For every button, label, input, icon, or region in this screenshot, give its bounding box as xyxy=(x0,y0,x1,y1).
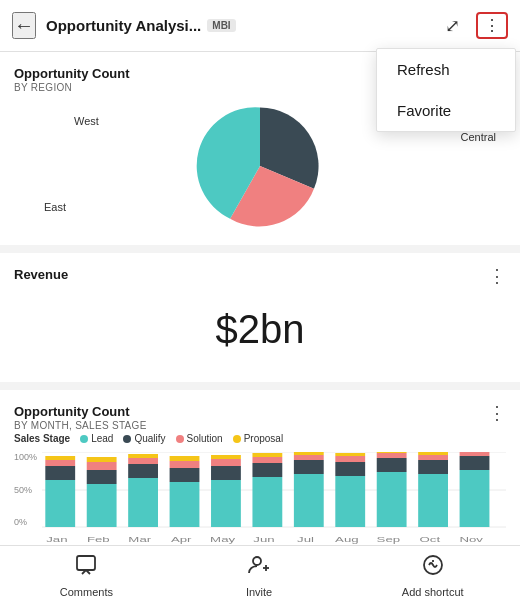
svg-text:Jan: Jan xyxy=(46,535,67,544)
header-badge: MBI xyxy=(207,19,235,32)
svg-rect-23 xyxy=(252,477,282,527)
svg-rect-40 xyxy=(418,460,448,474)
svg-text:Nov: Nov xyxy=(459,535,483,544)
svg-text:Jul: Jul xyxy=(297,535,314,544)
svg-rect-31 xyxy=(335,476,365,527)
svg-rect-24 xyxy=(252,463,282,477)
back-button[interactable]: ← xyxy=(12,12,36,39)
svg-rect-29 xyxy=(294,455,324,460)
nav-add-shortcut[interactable]: Add shortcut xyxy=(402,553,464,598)
card-title-region-wrap: Opportunity Count BY REGION xyxy=(14,66,130,93)
legend-sales-stage-label: Sales Stage xyxy=(14,433,70,444)
svg-rect-27 xyxy=(294,474,324,527)
svg-rect-3 xyxy=(45,480,75,527)
card-subtitle-month: BY MONTH, SALES STAGE xyxy=(14,420,147,431)
svg-rect-38 xyxy=(377,452,407,453)
card-title-month-wrap: Opportunity Count BY MONTH, SALES STAGE xyxy=(14,404,147,431)
svg-rect-5 xyxy=(45,460,75,466)
dropdown-menu: Refresh Favorite xyxy=(376,48,516,132)
svg-rect-18 xyxy=(170,456,200,461)
header-title-wrap: Opportunity Analysi... MBI xyxy=(46,17,441,34)
pie-label-west: West xyxy=(74,115,99,127)
svg-text:Apr: Apr xyxy=(171,535,192,544)
nav-invite[interactable]: Invite xyxy=(229,553,289,598)
svg-rect-39 xyxy=(418,474,448,527)
svg-rect-14 xyxy=(128,454,158,458)
svg-text:Feb: Feb xyxy=(87,535,110,544)
svg-rect-20 xyxy=(211,466,241,480)
y-label-100: 100% xyxy=(14,452,37,462)
svg-rect-7 xyxy=(87,484,117,527)
nav-comments[interactable]: Comments xyxy=(56,553,116,598)
svg-rect-32 xyxy=(335,462,365,476)
dropdown-refresh[interactable]: Refresh xyxy=(377,49,515,90)
card-more-month[interactable]: ⋮ xyxy=(488,404,506,422)
svg-text:Sep: Sep xyxy=(377,535,401,544)
svg-rect-22 xyxy=(211,455,241,459)
card-more-revenue[interactable]: ⋮ xyxy=(488,267,506,285)
svg-rect-4 xyxy=(45,466,75,480)
svg-rect-45 xyxy=(460,452,490,456)
nav-add-shortcut-label: Add shortcut xyxy=(402,586,464,598)
y-axis-labels: 100% 50% 0% xyxy=(14,452,37,527)
card-header-revenue: Revenue ⋮ xyxy=(14,267,506,285)
y-label-50: 50% xyxy=(14,485,37,495)
header-title: Opportunity Analysi... MBI xyxy=(46,17,441,34)
svg-rect-57 xyxy=(77,556,95,570)
bar-chart-svg: Jan Feb Mar Apr May Jun Jul Aug Sep Oct … xyxy=(42,452,506,545)
svg-rect-36 xyxy=(377,458,407,472)
svg-rect-33 xyxy=(335,456,365,462)
svg-text:Mar: Mar xyxy=(128,535,151,544)
invite-icon xyxy=(247,553,271,583)
svg-rect-37 xyxy=(377,453,407,458)
svg-rect-25 xyxy=(252,457,282,463)
svg-rect-34 xyxy=(335,453,365,456)
svg-rect-30 xyxy=(294,452,324,455)
svg-rect-28 xyxy=(294,460,324,474)
bar-chart-wrap: Jan Feb Mar Apr May Jun Jul Aug Sep Oct … xyxy=(14,452,506,545)
legend-lead: Lead xyxy=(80,433,113,444)
svg-rect-16 xyxy=(170,468,200,482)
resize-button[interactable]: ⤢ xyxy=(441,11,464,41)
add-shortcut-icon xyxy=(421,553,445,583)
pie-label-east: East xyxy=(44,201,66,213)
more-options-button[interactable]: ⋮ xyxy=(476,12,508,39)
svg-rect-19 xyxy=(211,480,241,527)
card-title-region: Opportunity Count xyxy=(14,66,130,81)
card-subtitle-region: BY REGION xyxy=(14,82,130,93)
nav-invite-label: Invite xyxy=(246,586,272,598)
card-header-month: Opportunity Count BY MONTH, SALES STAGE … xyxy=(14,404,506,431)
svg-rect-13 xyxy=(128,458,158,464)
title-text: Opportunity Analysi... xyxy=(46,17,201,34)
svg-rect-9 xyxy=(87,462,117,470)
svg-text:Oct: Oct xyxy=(419,535,440,544)
pie-chart-svg xyxy=(195,101,325,231)
card-title-revenue: Revenue xyxy=(14,267,68,282)
svg-rect-17 xyxy=(170,461,200,468)
svg-point-60 xyxy=(253,557,261,565)
nav-comments-label: Comments xyxy=(60,586,113,598)
svg-rect-10 xyxy=(87,457,117,462)
header-actions: ⤢ ⋮ xyxy=(441,11,508,41)
legend-qualify: Qualify xyxy=(123,433,165,444)
svg-text:May: May xyxy=(210,535,236,544)
legend-proposal: Proposal xyxy=(233,433,283,444)
svg-rect-11 xyxy=(128,478,158,527)
y-label-0: 0% xyxy=(14,517,37,527)
dropdown-favorite[interactable]: Favorite xyxy=(377,90,515,131)
svg-rect-8 xyxy=(87,470,117,484)
svg-rect-12 xyxy=(128,464,158,478)
svg-rect-35 xyxy=(377,472,407,527)
svg-rect-42 xyxy=(418,452,448,455)
card-revenue: Revenue ⋮ $2bn xyxy=(0,253,520,382)
legend-solution: Solution xyxy=(176,433,223,444)
svg-rect-21 xyxy=(211,459,241,466)
bar-chart-legend: Sales Stage Lead Qualify Solution Propos… xyxy=(14,433,506,444)
svg-text:Aug: Aug xyxy=(335,535,359,544)
svg-rect-15 xyxy=(170,482,200,527)
svg-rect-41 xyxy=(418,455,448,460)
svg-rect-44 xyxy=(460,456,490,470)
bottom-nav: Comments Invite Add shortcut xyxy=(0,545,520,605)
header: ← Opportunity Analysi... MBI ⤢ ⋮ xyxy=(0,0,520,52)
revenue-value: $2bn xyxy=(14,287,506,368)
